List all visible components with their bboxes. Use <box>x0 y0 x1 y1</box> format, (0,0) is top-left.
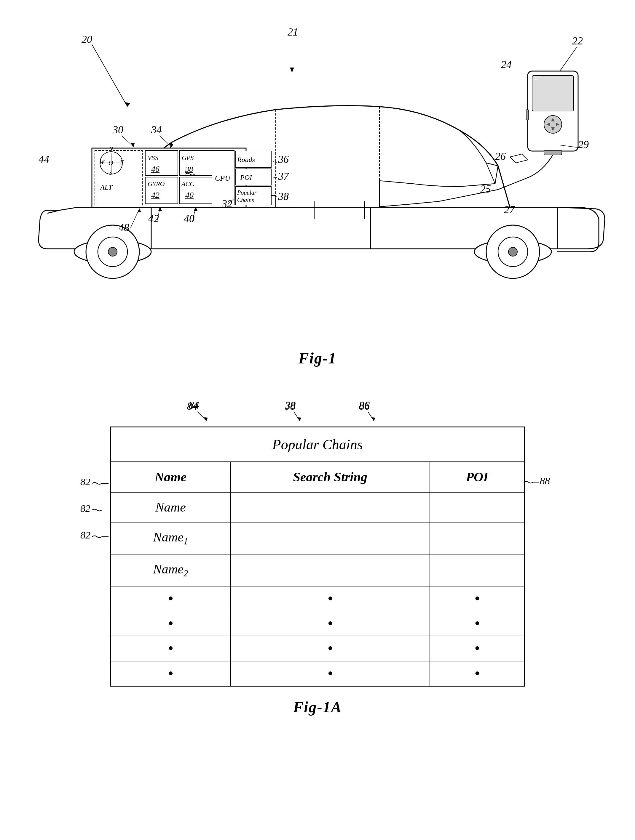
ref-24: 24 <box>501 58 511 71</box>
svg-text:GPS: GPS <box>182 154 193 161</box>
table-row-dots4: • • • <box>111 661 525 686</box>
fig1-section: N S E W O ALT VSS 46 GPS 38 <box>24 18 611 373</box>
fig1-svg: N S E W O ALT VSS 46 GPS 38 <box>24 18 617 329</box>
svg-rect-57 <box>526 110 529 120</box>
svg-text:E: E <box>120 159 124 166</box>
table-header-row: Name Search String POI <box>111 462 525 492</box>
dot3-col1: • <box>111 636 231 661</box>
svg-text:CPU: CPU <box>215 174 231 182</box>
search1-cell <box>231 522 430 554</box>
fig1a-section: 84 38 86 84 38 86 <box>24 397 611 716</box>
col-poi-header: POI <box>430 462 525 492</box>
ref-21: 21 <box>288 26 298 38</box>
svg-text:W: W <box>99 159 105 166</box>
dot4-col2: • <box>231 661 430 686</box>
ref-20: 20 <box>82 33 92 45</box>
handheld-device <box>526 71 578 155</box>
svg-marker-79 <box>372 417 375 421</box>
svg-text:82: 82 <box>80 530 90 540</box>
svg-text:88: 88 <box>540 475 550 486</box>
table-row-name2: Name2 <box>111 554 525 586</box>
table-row-dots2: • • • <box>111 611 525 636</box>
svg-marker-72 <box>138 208 141 212</box>
table-row-name1: Name1 <box>111 522 525 554</box>
fig1-title: Fig-1 <box>24 349 611 367</box>
svg-line-42 <box>92 44 127 107</box>
svg-text:Popular: Popular <box>237 189 257 196</box>
ref-88-svg: 88 <box>522 462 561 492</box>
ref-25: 25 <box>480 183 491 195</box>
svg-text:VSS: VSS <box>147 154 158 161</box>
svg-rect-58 <box>544 150 562 155</box>
svg-marker-77 <box>298 417 301 421</box>
dot1-col1: • <box>111 586 231 611</box>
search-col-name <box>231 492 430 523</box>
svg-text:ALT: ALT <box>100 183 113 191</box>
ref-38a-label: 38 <box>285 400 296 412</box>
svg-line-65 <box>273 177 277 178</box>
svg-text:46: 46 <box>151 164 160 174</box>
table-row-dots3: • • • <box>111 636 525 661</box>
table-title-row: Popular Chains <box>111 427 525 462</box>
svg-line-60 <box>122 136 133 147</box>
poi1-cell <box>430 522 525 554</box>
svg-text:S: S <box>109 169 112 176</box>
ref-44: 44 <box>38 153 49 165</box>
table-ref-arrows: 84 38 86 <box>110 397 525 426</box>
nav-unit: N S E W O ALT VSS 46 GPS 38 <box>92 146 271 207</box>
popular-chains-table: Popular Chains Name Search String POI Na… <box>110 426 525 687</box>
ref-86-label: 86 <box>359 400 370 412</box>
svg-rect-49 <box>532 76 574 111</box>
ref-42: 42 <box>148 213 159 224</box>
ref-40: 40 <box>184 213 195 224</box>
svg-point-3 <box>108 247 117 256</box>
svg-text:N: N <box>109 146 114 152</box>
svg-text:82: 82 <box>80 503 90 514</box>
ref-34: 34 <box>151 124 162 136</box>
row-ref-labels: 82 82 82 <box>74 462 110 625</box>
dot3-col2: • <box>231 636 430 661</box>
table-container: 84 38 86 84 38 86 <box>110 397 525 687</box>
ref-29: 29 <box>578 139 589 150</box>
table-title: Popular Chains <box>111 427 525 462</box>
dot4-col3: • <box>430 661 525 686</box>
col-name-header: Name <box>111 462 231 492</box>
dot1-col3: • <box>430 586 525 611</box>
dot1-col2: • <box>231 586 430 611</box>
name2-cell: Name2 <box>111 554 231 586</box>
svg-line-64 <box>273 161 277 163</box>
car-diagram: N S E W O ALT VSS 46 GPS 38 <box>24 18 611 344</box>
dot2-col3: • <box>430 611 525 636</box>
dot4-col1: • <box>111 661 231 686</box>
svg-text:Chains: Chains <box>237 197 254 203</box>
svg-text:40: 40 <box>185 191 193 200</box>
page: N S E W O ALT VSS 46 GPS 38 <box>0 0 635 840</box>
svg-text:O: O <box>109 159 113 166</box>
svg-text:82: 82 <box>80 476 90 487</box>
svg-marker-61 <box>131 144 135 147</box>
svg-text:38: 38 <box>185 165 193 174</box>
col-search-header: Search String <box>231 462 430 492</box>
ref-36: 36 <box>278 153 289 165</box>
ref-88-container: 88 <box>522 462 561 493</box>
ref-37: 37 <box>278 170 289 182</box>
svg-text:42: 42 <box>151 191 160 200</box>
svg-marker-43 <box>125 102 130 107</box>
dot3-col3: • <box>430 636 525 661</box>
poi2-cell <box>430 554 525 586</box>
name-col-name: Name <box>111 492 231 523</box>
svg-marker-45 <box>290 68 294 73</box>
table-row-dots1: • • • <box>111 586 525 611</box>
ref-26: 26 <box>495 150 506 162</box>
ref-32: 32 <box>222 198 233 210</box>
search2-cell <box>231 554 430 586</box>
ref-38: 38 <box>278 191 289 202</box>
svg-text:GYRO: GYRO <box>147 180 165 188</box>
poi-col-name <box>430 492 525 523</box>
ref-27: 27 <box>504 204 515 216</box>
ref-48: 48 <box>119 221 129 234</box>
ref-22: 22 <box>572 35 583 47</box>
dot2-col2: • <box>231 611 430 636</box>
fig1a-title: Fig-1A <box>24 698 611 716</box>
table-row-name: Name <box>111 492 525 523</box>
